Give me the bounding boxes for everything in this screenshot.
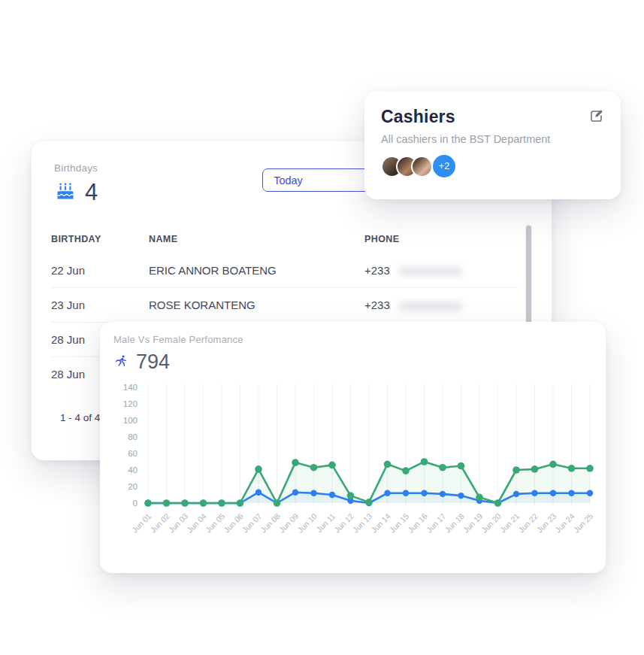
birthdays-range-toggle: Today This Week [262, 168, 380, 192]
table-scrollbar-thumb[interactable] [526, 226, 531, 326]
cell-birthday: 22 Jun [51, 264, 149, 277]
svg-text:140: 140 [123, 383, 138, 392]
svg-text:0: 0 [133, 499, 138, 508]
cell-phone: +233 [364, 299, 519, 311]
table-row[interactable]: 23 Jun ROSE KORANTENG +233 [51, 287, 519, 322]
page: Birthdays 4 Today [0, 0, 644, 655]
cashiers-card: Cashiers All cashiers in the BST Departm… [364, 92, 621, 199]
cashiers-subtitle: All cashiers in the BST Department [381, 133, 604, 145]
phone-prefix: +233 [364, 264, 390, 277]
cashiers-title: Cashiers [381, 107, 604, 127]
svg-text:Jun 21: Jun 21 [498, 511, 522, 535]
phone-redacted [399, 267, 462, 276]
svg-text:Jun 08: Jun 08 [259, 511, 282, 535]
performance-chart-card: Male Vs Female Perfomance 794 0204060801… [100, 322, 606, 573]
edit-icon[interactable] [589, 108, 604, 123]
cell-name: ERIC ANNOR BOATENG [149, 264, 364, 277]
svg-text:Jun 10: Jun 10 [295, 511, 319, 535]
svg-text:60: 60 [128, 449, 138, 458]
avatar [411, 156, 433, 177]
avatar-stack[interactable]: +2 [381, 155, 604, 177]
col-birthday: BIRTHDAY [51, 234, 149, 244]
svg-text:Jun 14: Jun 14 [369, 511, 392, 535]
svg-text:40: 40 [128, 465, 138, 475]
svg-text:Jun 22: Jun 22 [516, 511, 540, 535]
svg-text:Jun 25: Jun 25 [572, 511, 595, 535]
col-phone: PHONE [364, 234, 519, 244]
svg-text:Jun 05: Jun 05 [204, 511, 227, 535]
svg-text:Jun 20: Jun 20 [479, 511, 503, 535]
avatar-overflow-badge[interactable]: +2 [433, 155, 455, 177]
cell-name: ROSE KORANTENG [149, 299, 364, 311]
svg-text:Jun 07: Jun 07 [240, 511, 264, 535]
svg-text:Jun 24: Jun 24 [553, 511, 576, 535]
table-scrollbar-track [525, 224, 532, 331]
phone-redacted [399, 302, 462, 311]
birthdays-table-header: BIRTHDAY NAME PHONE [51, 224, 519, 253]
svg-text:Jun 03: Jun 03 [167, 511, 190, 535]
svg-text:Jun 06: Jun 06 [222, 511, 245, 535]
today-button[interactable]: Today [263, 169, 313, 191]
svg-text:Jun 16: Jun 16 [406, 511, 429, 535]
cell-birthday: 23 Jun [51, 299, 149, 311]
phone-prefix: +233 [364, 299, 390, 311]
svg-text:Jun 02: Jun 02 [148, 511, 171, 535]
svg-text:20: 20 [128, 482, 138, 491]
col-name: NAME [149, 234, 364, 244]
birthday-cake-icon [54, 180, 77, 205]
chart-title: Male Vs Female Perfomance [113, 334, 595, 345]
svg-text:Jun 11: Jun 11 [314, 511, 337, 534]
svg-text:Jun 19: Jun 19 [461, 511, 485, 535]
svg-text:Jun 01: Jun 01 [130, 511, 153, 535]
table-row[interactable]: 22 Jun ERIC ANNOR BOATENG +233 [51, 253, 519, 287]
svg-text:Jun 04: Jun 04 [185, 511, 208, 535]
svg-text:Jun 17: Jun 17 [425, 511, 448, 535]
svg-text:Jun 18: Jun 18 [443, 511, 466, 535]
chart-total: 794 [136, 350, 170, 374]
svg-text:100: 100 [123, 416, 138, 425]
cell-phone: +233 [364, 264, 519, 277]
birthdays-count: 4 [85, 179, 98, 206]
svg-text:Jun 15: Jun 15 [388, 511, 411, 535]
line-chart: 020406080100120140Jun 01Jun 02Jun 03Jun … [110, 381, 595, 563]
svg-text:80: 80 [128, 432, 138, 441]
runner-icon [113, 353, 128, 371]
svg-text:Jun 09: Jun 09 [277, 511, 301, 535]
svg-text:Jun 12: Jun 12 [332, 511, 355, 535]
svg-text:Jun 23: Jun 23 [535, 511, 558, 535]
svg-text:Jun 13: Jun 13 [351, 511, 374, 535]
svg-text:120: 120 [123, 399, 138, 408]
